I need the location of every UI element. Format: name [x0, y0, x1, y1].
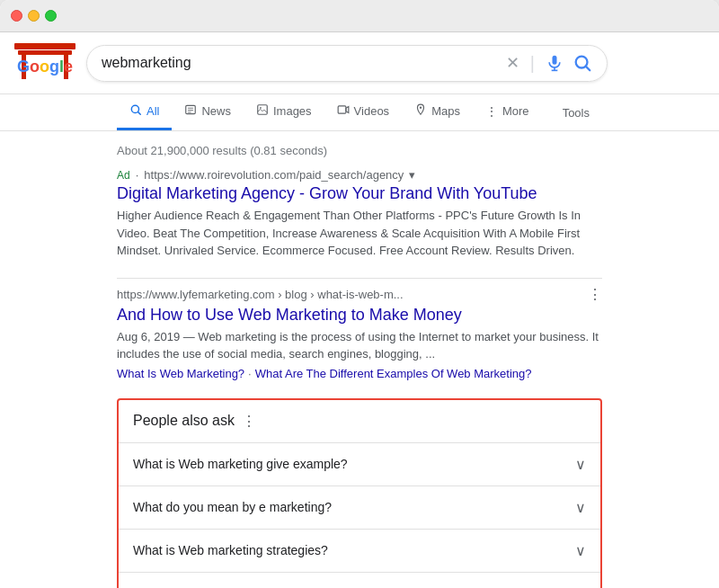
people-also-ask-box: People also ask ⋮ What is Web marketing …	[117, 398, 602, 589]
svg-text:Google: Google	[17, 58, 73, 76]
results-area: About 21,900,000 results (0.81 seconds) …	[0, 131, 719, 588]
paa-chevron-2: ∨	[575, 542, 586, 559]
paa-item-2[interactable]: What is Web marketing strategies? ∨	[119, 530, 600, 573]
search-header: Google webmarketing ✕ |	[0, 32, 719, 94]
search-bar-icons: ✕ |	[506, 53, 592, 74]
result-item-organic: https://www.lyfemarketing.com › blog › w…	[117, 286, 602, 380]
images-tab-icon	[256, 103, 269, 119]
divider-1	[117, 278, 602, 279]
paa-question-0: What is Web marketing give example?	[133, 457, 348, 471]
ad-dropdown-arrow[interactable]: ▾	[409, 168, 415, 182]
paa-header: People also ask ⋮	[119, 400, 600, 443]
tab-videos[interactable]: Videos	[324, 94, 403, 130]
svg-rect-16	[258, 105, 268, 115]
paa-item-3[interactable]: What is marketing oriented website? ∨	[119, 573, 600, 589]
nav-tabs: All News	[0, 94, 719, 131]
svg-rect-5	[553, 56, 557, 65]
paa-options-button[interactable]: ⋮	[242, 413, 256, 430]
tab-more-label: More	[502, 104, 529, 118]
paa-chevron-1: ∨	[575, 499, 586, 516]
result-options-button[interactable]: ⋮	[588, 286, 602, 303]
results-count: About 21,900,000 results (0.81 seconds)	[117, 138, 602, 168]
svg-rect-0	[14, 43, 75, 49]
mic-icon	[546, 54, 564, 72]
search-tab-icon	[129, 103, 142, 119]
minimize-button[interactable]	[28, 10, 40, 22]
svg-point-19	[420, 107, 422, 109]
paa-item-0[interactable]: What is Web marketing give example? ∨	[119, 443, 600, 486]
tab-news[interactable]: News	[172, 94, 244, 130]
organic-title[interactable]: And How to Use Web Marketing to Make Mon…	[117, 306, 602, 325]
tab-news-label: News	[201, 104, 231, 118]
svg-line-9	[586, 67, 590, 70]
result-url-line-organic: https://www.lyfemarketing.com › blog › w…	[117, 286, 602, 303]
content-area: Google webmarketing ✕ |	[0, 32, 719, 588]
search-input[interactable]: webmarketing	[102, 55, 499, 71]
search-icon	[573, 53, 592, 73]
maps-tab-icon	[414, 103, 427, 119]
svg-rect-18	[338, 106, 346, 113]
more-tab-icon: ⋮	[485, 104, 498, 119]
search-bar: webmarketing ✕ |	[86, 45, 608, 82]
tab-images[interactable]: Images	[244, 94, 324, 130]
clear-button[interactable]: ✕	[506, 53, 519, 73]
tab-more[interactable]: ⋮ More	[473, 95, 542, 130]
mic-button[interactable]	[546, 54, 564, 72]
tab-maps[interactable]: Maps	[402, 94, 473, 130]
paa-title: People also ask	[133, 413, 235, 429]
search-submit-button[interactable]	[573, 53, 592, 73]
result-item-ad: Ad · https://www.roirevolution.com/paid_…	[117, 168, 602, 260]
browser-window: Google webmarketing ✕ |	[0, 0, 719, 588]
google-logo: Google	[14, 43, 75, 83]
maximize-button[interactable]	[45, 10, 57, 22]
close-button[interactable]	[11, 10, 22, 22]
svg-point-17	[260, 107, 262, 109]
result-url-line-ad: Ad · https://www.roirevolution.com/paid_…	[117, 168, 602, 182]
paa-chevron-0: ∨	[575, 456, 586, 473]
traffic-lights	[11, 10, 57, 22]
svg-line-11	[138, 112, 141, 115]
paa-question-2: What is Web marketing strategies?	[133, 543, 328, 557]
titlebar	[0, 0, 719, 32]
result-link-2[interactable]: What Are The Different Examples Of Web M…	[255, 367, 532, 380]
ad-label: Ad	[117, 169, 130, 182]
organic-description: Aug 6, 2019 — Web marketing is the proce…	[117, 328, 602, 363]
result-link-1[interactable]: What Is Web Marketing?	[117, 367, 244, 380]
ad-title[interactable]: Digital Marketing Agency - Grow Your Bra…	[117, 184, 602, 203]
paa-item-1[interactable]: What do you mean by e marketing? ∨	[119, 486, 600, 530]
tab-all[interactable]: All	[117, 94, 172, 130]
tools-button[interactable]: Tools	[550, 97, 602, 129]
videos-tab-icon	[337, 103, 350, 119]
tab-all-label: All	[146, 104, 159, 118]
ad-description: Higher Audience Reach & Engagement Than …	[117, 207, 602, 260]
paa-question-1: What do you mean by e marketing?	[133, 500, 332, 514]
organic-url: https://www.lyfemarketing.com › blog › w…	[117, 288, 404, 301]
result-links: What Is Web Marketing? · What Are The Di…	[117, 367, 602, 380]
tab-maps-label: Maps	[431, 104, 460, 118]
news-tab-icon	[184, 103, 197, 119]
tab-images-label: Images	[273, 104, 312, 118]
ad-url: https://www.roirevolution.com/paid_searc…	[144, 168, 404, 182]
tab-videos-label: Videos	[354, 104, 390, 118]
paa-chevron-3: ∨	[575, 585, 586, 589]
result-link-sep: ·	[248, 367, 252, 380]
